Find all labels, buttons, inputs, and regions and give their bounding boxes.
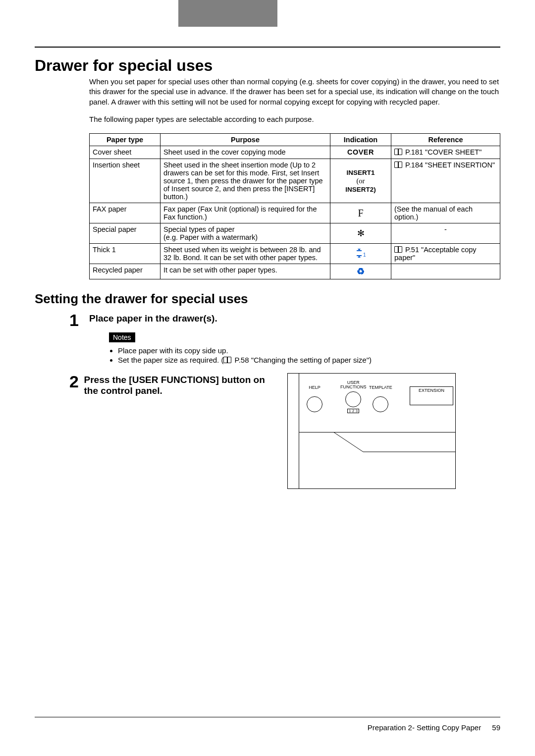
- book-icon: [394, 149, 402, 155]
- cell-indication: 1: [330, 244, 391, 264]
- cell-indication: INSERT1 (or INSERT2): [330, 159, 391, 203]
- cell-type: Thick 1: [90, 244, 160, 264]
- template-button: [373, 396, 388, 412]
- header-tab: [178, 0, 277, 27]
- notes-badge: Notes: [109, 332, 135, 342]
- small-123-indicator: 1 2 3: [347, 409, 359, 413]
- step-2: 2 Press the [USER FUNCTIONS] button on t…: [69, 373, 500, 489]
- help-label: HELP: [307, 380, 322, 395]
- step-title: Press the [USER FUNCTIONS] button on the…: [84, 375, 277, 396]
- footer-chapter: Preparation 2- Setting Copy Paper: [368, 723, 481, 732]
- paper-type-table: Paper type Purpose Indication Reference …: [89, 133, 500, 279]
- user-functions-label: USER FUNCTIONS: [340, 380, 367, 390]
- step-1: 1 Place paper in the drawer(s).: [69, 312, 500, 328]
- cell-type: Special paper: [90, 223, 160, 244]
- cell-type: Insertion sheet: [90, 159, 160, 203]
- section-subhead: Setting the drawer for special uses: [35, 291, 500, 307]
- book-icon: [223, 357, 231, 363]
- cell-purpose: Fax paper (Fax Unit (optional) is requir…: [160, 203, 330, 223]
- template-button-group: TEMPLATE: [369, 380, 392, 412]
- footer-page-number: 59: [492, 723, 500, 732]
- cell-indication: ♻: [330, 264, 391, 279]
- cell-purpose: Special types of paper (e.g. Paper with …: [160, 223, 330, 244]
- intro-paragraph: When you set paper for special uses othe…: [89, 77, 500, 107]
- book-icon: [394, 246, 402, 253]
- step-title: Place paper in the drawer(s).: [89, 313, 217, 324]
- cell-reference: [391, 264, 500, 279]
- th-purpose: Purpose: [160, 134, 330, 146]
- table-row: Special paper Special types of paper (e.…: [90, 223, 500, 244]
- extension-button: EXTENSION: [410, 386, 453, 405]
- svg-text:1: 1: [363, 252, 366, 258]
- cell-purpose: It can be set with other paper types.: [160, 264, 330, 279]
- panel-diagonal: [333, 432, 456, 489]
- cell-indication: ✻: [330, 223, 391, 244]
- cell-indication: F: [330, 203, 391, 223]
- th-indication: Indication: [330, 134, 391, 146]
- table-lead-text: The following paper types are selectable…: [89, 114, 500, 124]
- template-label: TEMPLATE: [369, 380, 392, 395]
- rule-footer: [35, 717, 500, 717]
- cell-reference: P.51 "Acceptable copy paper": [391, 244, 500, 264]
- user-functions-button-group: USER FUNCTIONS 1 2 3: [340, 380, 367, 413]
- page-title: Drawer for special uses: [35, 56, 500, 75]
- user-functions-button: [345, 391, 361, 407]
- panel-ledge: [288, 374, 299, 488]
- table-row: Insertion sheet Sheet used in the sheet …: [90, 159, 500, 203]
- th-reference: Reference: [391, 134, 500, 146]
- control-panel-figure: HELP USER FUNCTIONS 1 2 3 TEMPLATE EXTEN…: [287, 373, 456, 489]
- help-button: [307, 396, 322, 412]
- bullet-item: Place paper with its copy side up.: [118, 346, 500, 355]
- cell-reference: -: [391, 223, 500, 244]
- thick1-icon: 1: [355, 249, 367, 259]
- bullet-item: Set the paper size as required. ( P.58 "…: [118, 356, 500, 364]
- rule-top: [35, 47, 500, 48]
- help-button-group: HELP: [307, 380, 322, 412]
- cell-type: FAX paper: [90, 203, 160, 223]
- th-paper-type: Paper type: [90, 134, 160, 146]
- step-number: 1: [69, 312, 89, 328]
- cell-purpose: Sheet used in the sheet insertion mode (…: [160, 159, 330, 203]
- step-1-content: Notes Place paper with its copy side up.…: [109, 332, 500, 364]
- table-row: Thick 1 Sheet used when its weight is be…: [90, 244, 500, 264]
- cell-purpose: Sheet used when its weight is between 28…: [160, 244, 330, 264]
- step-number: 2: [69, 373, 84, 396]
- table-row: Cover sheet Sheet used in the cover copy…: [90, 146, 500, 159]
- cell-type: Recycled paper: [90, 264, 160, 279]
- cell-purpose: Sheet used in the cover copying mode: [160, 146, 330, 159]
- cell-indication: COVER: [330, 146, 391, 159]
- cell-reference: P.181 "COVER SHEET": [391, 146, 500, 159]
- cell-reference: P.184 "SHEET INSERTION": [391, 159, 500, 203]
- cell-type: Cover sheet: [90, 146, 160, 159]
- table-row: Recycled paper It can be set with other …: [90, 264, 500, 279]
- book-icon: [394, 162, 402, 168]
- table-row: FAX paper Fax paper (Fax Unit (optional)…: [90, 203, 500, 223]
- cell-reference: (See the manual of each option.): [391, 203, 500, 223]
- page-footer: Preparation 2- Setting Copy Paper 59: [0, 723, 535, 742]
